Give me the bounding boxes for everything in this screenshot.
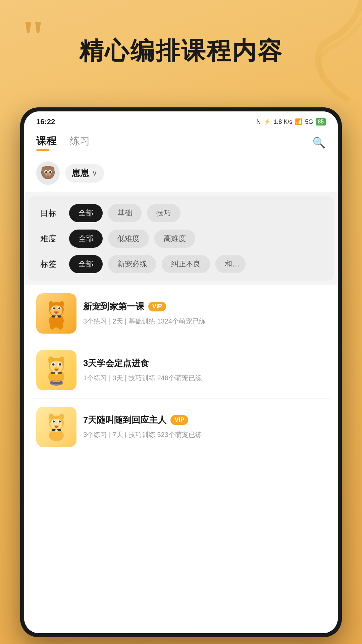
- svg-point-42: [52, 380, 60, 382]
- pet-name-badge[interactable]: 崽崽 ∨: [65, 164, 104, 183]
- filter-row-target: 目标 全部 基础 技巧: [40, 204, 322, 222]
- course-dog-3: [40, 410, 73, 444]
- course-thumb-1: [36, 293, 76, 334]
- svg-point-9: [49, 171, 51, 173]
- filter-difficulty-high[interactable]: 高难度: [154, 230, 195, 248]
- svg-point-19: [53, 307, 55, 309]
- course-info-2: 3天学会定点进食 1个练习 | 3天 | 技巧训练 248个萌宠已练: [83, 357, 326, 383]
- nav-tabs: 课程 练习 🔍: [24, 129, 338, 155]
- course-title-row-1: 新宠到家第一课 VIP: [83, 301, 326, 312]
- course-item-1[interactable]: 新宠到家第一课 VIP 3个练习 | 2天 | 基础训练 1324个萌宠已练: [31, 285, 331, 342]
- filter-tag-correct[interactable]: 纠正不良: [162, 255, 210, 273]
- svg-point-34: [52, 363, 55, 366]
- svg-point-55: [55, 429, 58, 432]
- svg-point-8: [45, 171, 47, 173]
- course-title-3: 7天随叫随到回应主人: [83, 414, 166, 426]
- course-meta-3: 3个练习 | 7天 | 技巧训练 523个萌宠已练: [83, 429, 326, 440]
- nfc-icon: N: [256, 118, 261, 126]
- signal-icon: 5G: [305, 118, 313, 126]
- bluetooth-icon: ⚡: [263, 118, 271, 126]
- course-dog-2: [40, 353, 73, 387]
- phone-screen: 16:22 N ⚡ 1.8 K/s 📶 5G 85 课程 练习 🔍: [24, 111, 338, 633]
- filter-tag-together[interactable]: 和宠物一起: [215, 255, 246, 273]
- course-title-1: 新宠到家第一课: [83, 301, 144, 312]
- filter-tag-newpet[interactable]: 新宠必练: [108, 255, 156, 273]
- course-thumb-3: [36, 407, 76, 447]
- pet-avatar: [36, 161, 60, 185]
- svg-point-20: [58, 307, 60, 309]
- course-title-row-3: 7天随叫随到回应主人 VIP: [83, 414, 326, 426]
- screen-content: 16:22 N ⚡ 1.8 K/s 📶 5G 85 课程 练习 🔍: [24, 111, 338, 633]
- status-icons: N ⚡ 1.8 K/s 📶 5G 85: [256, 118, 326, 126]
- course-item-3[interactable]: 7天随叫随到回应主人 VIP 3个练习 | 7天 | 技巧训练 523个萌宠已练: [31, 399, 331, 455]
- svg-point-51: [59, 420, 61, 423]
- status-bar: 16:22 N ⚡ 1.8 K/s 📶 5G 85: [24, 111, 338, 129]
- chevron-down-icon: ∨: [92, 169, 97, 178]
- status-time: 16:22: [36, 117, 55, 126]
- tab-practice[interactable]: 练习: [70, 134, 90, 151]
- course-item-2[interactable]: 3天学会定点进食 1个练习 | 3天 | 技巧训练 248个萌宠已练: [31, 342, 331, 399]
- svg-point-22: [55, 312, 58, 314]
- vip-badge-1: VIP: [148, 302, 166, 311]
- filter-tag-all[interactable]: 全部: [69, 255, 103, 273]
- pet-avatar-image: [38, 163, 58, 183]
- tab-course[interactable]: 课程: [36, 134, 56, 151]
- course-meta-1: 3个练习 | 2天 | 基础训练 1324个萌宠已练: [83, 316, 326, 327]
- speed-indicator: 1.8 K/s: [273, 118, 292, 126]
- course-dog-1: [40, 297, 73, 330]
- pet-name: 崽崽: [72, 167, 89, 179]
- svg-point-11: [47, 174, 49, 176]
- svg-point-37: [55, 369, 58, 371]
- filter-difficulty-low[interactable]: 低难度: [108, 230, 149, 248]
- course-title-row-2: 3天学会定点进食: [83, 357, 326, 369]
- filter-target-basic[interactable]: 基础: [108, 204, 142, 222]
- svg-point-35: [59, 363, 61, 366]
- filter-target-label: 目标: [40, 208, 64, 218]
- filter-target-skill[interactable]: 技巧: [147, 204, 180, 222]
- filter-row-tag: 标签 全部 新宠必练 纠正不良 和宠物一起: [40, 255, 322, 273]
- pet-selector[interactable]: 崽崽 ∨: [24, 155, 338, 192]
- vip-badge-3: VIP: [170, 415, 188, 425]
- filter-row-difficulty: 难度 全部 低难度 高难度: [40, 230, 322, 248]
- filter-difficulty-label: 难度: [40, 233, 64, 244]
- svg-point-25: [50, 321, 55, 330]
- search-icon[interactable]: 🔍: [312, 136, 326, 149]
- svg-point-39: [55, 371, 58, 375]
- svg-point-50: [53, 420, 55, 423]
- wifi-icon: 📶: [295, 118, 302, 126]
- filter-section: 目标 全部 基础 技巧 难度 全部 低难度 高难度 标签 全部 新宠必练: [28, 196, 334, 281]
- course-meta-2: 1个练习 | 3天 | 技巧训练 248个萌宠已练: [83, 373, 326, 383]
- course-info-3: 7天随叫随到回应主人 VIP 3个练习 | 7天 | 技巧训练 523个萌宠已练: [83, 414, 326, 440]
- filter-target-all[interactable]: 全部: [69, 204, 103, 222]
- svg-point-53: [55, 426, 58, 428]
- course-title-2: 3天学会定点进食: [83, 357, 149, 369]
- svg-point-24: [55, 315, 58, 318]
- course-thumb-2: [36, 350, 76, 390]
- phone-mockup: 16:22 N ⚡ 1.8 K/s 📶 5G 85 课程 练习 🔍: [20, 107, 342, 637]
- filter-tag-label: 标签: [40, 259, 64, 269]
- filter-difficulty-all[interactable]: 全部: [69, 230, 103, 248]
- hero-title: 精心编排课程内容: [20, 37, 342, 65]
- battery-indicator: 85: [316, 118, 326, 126]
- course-list: 新宠到家第一课 VIP 3个练习 | 2天 | 基础训练 1324个萌宠已练: [24, 285, 338, 633]
- svg-point-26: [58, 321, 63, 330]
- course-info-1: 新宠到家第一课 VIP 3个练习 | 2天 | 基础训练 1324个萌宠已练: [83, 301, 326, 327]
